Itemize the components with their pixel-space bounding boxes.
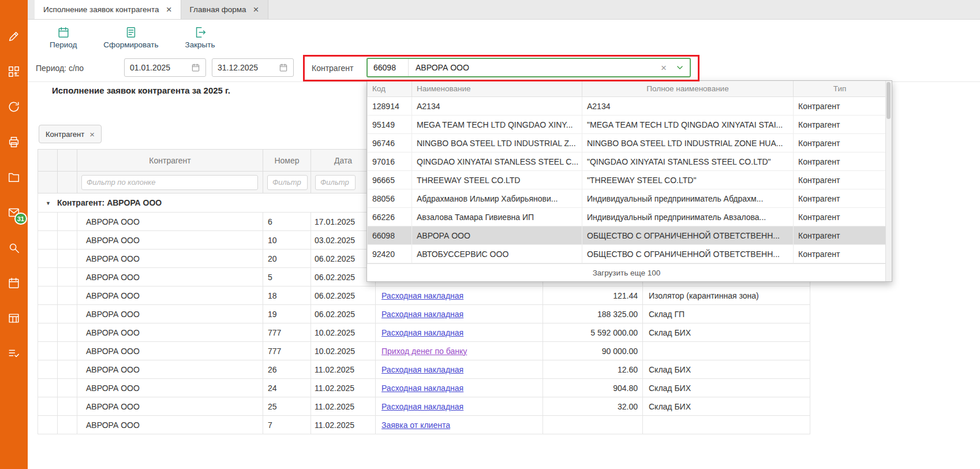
dropdown-row[interactable]: 66226Авзалова Тамара Гивиевна ИП Индивид… — [368, 208, 887, 226]
column-filter-counterparty[interactable] — [81, 175, 258, 190]
cell-counterparty: АВРОРА ООО — [77, 360, 263, 379]
document-link[interactable]: Расходная накладная — [381, 384, 463, 393]
tab-report-execution[interactable]: Исполнение заявок контрагента × — [35, 0, 181, 19]
cell-counterparty: АВРОРА ООО — [77, 286, 263, 305]
chevron-down-icon[interactable] — [676, 64, 684, 72]
tab-main-form[interactable]: Главная форма × — [181, 0, 268, 19]
edit-icon[interactable] — [8, 30, 20, 43]
counterparty-combobox[interactable]: 66098 АВРОРА ООО × — [366, 58, 691, 77]
cell-number: 777 — [263, 323, 311, 342]
group-label: Контрагент: АВРОРА ООО — [57, 198, 162, 207]
table-row[interactable]: АВРОРА ООО 26 11.02.2025 Расходная накла… — [38, 360, 810, 379]
cell-sum: 12.60 — [543, 360, 643, 379]
table-row[interactable]: АВРОРА ООО 777 10.02.2025 Расходная накл… — [38, 323, 810, 342]
date-from-input[interactable] — [124, 58, 206, 77]
dropdown-row[interactable]: 97016QINGDAO XINYATAI STANLESS STEEL C..… — [368, 152, 887, 171]
sync-icon[interactable] — [8, 100, 20, 113]
dropdown-header-code[interactable]: Код — [368, 81, 412, 97]
cell-date: 11.02.2025 — [311, 379, 376, 397]
dropdown-row[interactable]: 96665THREEWAY STEEL CO.LTD "THREEWAY STE… — [368, 171, 887, 189]
board-icon[interactable] — [8, 312, 20, 325]
date-to-input[interactable] — [212, 58, 294, 77]
load-more-button[interactable]: Загрузить еще 100 — [367, 263, 886, 281]
cell-sum: 904.80 — [543, 379, 643, 397]
cell-counterparty: АВРОРА ООО — [77, 213, 263, 231]
cell-date: 06.02.2025 — [311, 250, 376, 268]
report-title: Исполнение заявок контрагента за 2025 г. — [52, 85, 230, 95]
filter-chip[interactable]: Контрагент × — [39, 125, 102, 143]
cell-date: 11.02.2025 — [311, 397, 376, 416]
cell-number: 10 — [263, 231, 311, 250]
generate-button[interactable]: Сформировать — [103, 26, 158, 49]
column-header-date[interactable]: Дата — [311, 150, 376, 172]
column-filter-date[interactable] — [315, 175, 356, 190]
dropdown-row[interactable]: 96746NINGBO BOA STEEL LTD INDUSTRIAL Z..… — [368, 134, 887, 152]
chip-label: Контрагент — [46, 130, 84, 139]
chip-close-icon[interactable]: × — [89, 130, 95, 139]
table-row[interactable]: АВРОРА ООО 7 11.02.2025 Заявка от клиент… — [38, 416, 810, 434]
clear-icon[interactable]: × — [661, 63, 667, 73]
document-link[interactable]: Заявка от клиента — [381, 420, 450, 430]
document-link[interactable]: Расходная накладная — [381, 402, 463, 411]
period-button[interactable]: Период — [50, 26, 77, 49]
column-header-number[interactable]: Номер — [263, 150, 311, 172]
calendar-icon[interactable] — [279, 63, 288, 72]
date-from-value[interactable] — [130, 63, 179, 72]
dropdown-row-selected[interactable]: 66098АВРОРА ООО ОБЩЕСТВО С ОГРАНИЧЕННОЙ … — [368, 226, 887, 245]
button-label: Закрыть — [185, 40, 215, 49]
dropdown-header-name[interactable]: Наименование — [412, 81, 582, 97]
cell-counterparty: АВРОРА ООО — [77, 268, 263, 286]
dropdown-scrollbar[interactable] — [885, 81, 892, 281]
document-link[interactable]: Расходная накладная — [381, 328, 463, 337]
cell-sum: 5 592 000.00 — [543, 323, 643, 342]
cell-counterparty: АВРОРА ООО — [77, 342, 263, 360]
combobox-divider — [408, 59, 409, 76]
close-icon[interactable]: × — [253, 5, 259, 14]
dropdown-row[interactable]: 92420АВТОБУССЕРВИС ООО ОБЩЕСТВО С ОГРАНИ… — [368, 245, 887, 263]
dropdown-row[interactable]: 88056Абдрахманов Ильмир Хабирьянови... И… — [368, 189, 887, 208]
document-link[interactable]: Приход денег по банку — [381, 347, 467, 356]
document-link[interactable]: Расходная накладная — [381, 365, 463, 374]
combobox-code: 66098 — [373, 63, 408, 72]
close-button[interactable]: Закрыть — [185, 26, 215, 49]
cell-warehouse: Склад БИХ — [643, 397, 810, 416]
collapse-caret-icon[interactable]: ▼ — [46, 200, 51, 206]
calendar-icon[interactable] — [8, 277, 20, 289]
exit-door-icon — [194, 26, 207, 39]
date-to-value[interactable] — [218, 63, 267, 72]
cell-sum: 121.44 — [543, 286, 643, 305]
dropdown-header-type[interactable]: Тип — [794, 81, 887, 97]
cell-counterparty: АВРОРА ООО — [77, 397, 263, 416]
qr-code-icon[interactable] — [8, 65, 20, 78]
print-icon[interactable] — [8, 136, 20, 148]
cell-number: 18 — [263, 286, 311, 305]
table-row[interactable]: АВРОРА ООО 19 06.02.2025 Расходная накла… — [38, 305, 810, 323]
folder-icon[interactable] — [8, 171, 20, 184]
dropdown-row[interactable]: 95149MEGA TEAM TECH LTD QINGDAO XINY... … — [368, 116, 887, 134]
cell-warehouse: Склад ГП — [643, 305, 810, 323]
calendar-icon[interactable] — [191, 63, 200, 72]
tasks-icon[interactable] — [8, 347, 20, 360]
cell-warehouse: Изолятор (карантинная зона) — [643, 286, 810, 305]
table-row[interactable]: АВРОРА ООО 18 06.02.2025 Расходная накла… — [38, 286, 810, 305]
cell-date: 11.02.2025 — [311, 416, 376, 434]
document-link[interactable]: Расходная накладная — [381, 310, 463, 319]
table-row[interactable]: АВРОРА ООО 24 11.02.2025 Расходная накла… — [38, 379, 810, 397]
column-filter-number[interactable] — [267, 175, 308, 190]
cell-number: 6 — [263, 213, 311, 231]
mail-icon[interactable]: 31 — [8, 206, 20, 219]
cell-sum: 188 325.00 — [543, 305, 643, 323]
search-icon[interactable] — [8, 241, 20, 254]
cell-date: 06.02.2025 — [311, 286, 376, 305]
table-row[interactable]: АВРОРА ООО 25 11.02.2025 Расходная накла… — [38, 397, 810, 416]
scrollbar-thumb[interactable] — [887, 82, 891, 119]
cell-number: 20 — [263, 250, 311, 268]
dropdown-row[interactable]: 128914A2134 A2134Контрагент — [368, 97, 887, 116]
close-icon[interactable]: × — [166, 5, 172, 14]
column-header-counterparty[interactable]: Контрагент — [77, 150, 263, 172]
table-row[interactable]: АВРОРА ООО 777 10.02.2025 Приход денег п… — [38, 342, 810, 360]
tab-label: Главная форма — [190, 5, 246, 14]
document-link[interactable]: Расходная накладная — [381, 291, 463, 300]
filter-bar: Период: с/по Контрагент 66098 АВРОРА ООО… — [28, 55, 980, 81]
dropdown-header-fullname[interactable]: Полное наименование — [582, 81, 794, 97]
